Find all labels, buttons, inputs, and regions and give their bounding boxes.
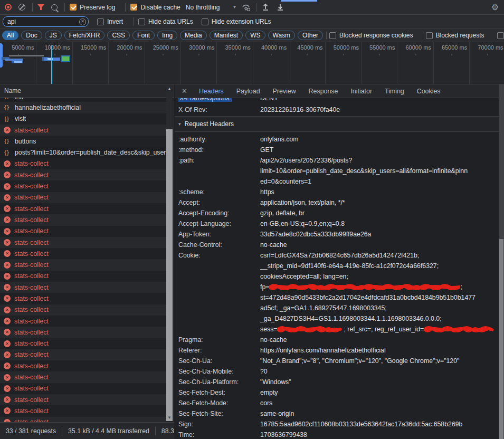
filter-pill-img[interactable]: Img: [157, 31, 177, 40]
request-row[interactable]: ✕stats-collect: [0, 169, 167, 180]
filter-icon[interactable]: [37, 4, 45, 11]
filter-pill-js[interactable]: JS: [45, 31, 62, 40]
disable-cache-checkbox[interactable]: [130, 4, 137, 11]
header-value: 1703636799438: [260, 430, 499, 439]
request-row[interactable]: ✕stats-collect: [0, 338, 167, 349]
import-har-icon[interactable]: [261, 3, 270, 11]
tab-timing[interactable]: Timing: [378, 84, 411, 98]
network-overview-timeline[interactable]: 5000 ms10000 ms15000 ms20000 ms25000 ms3…: [0, 42, 504, 84]
header-value-line: ed=0&counters=1: [260, 176, 499, 187]
tab-payload[interactable]: Payload: [230, 84, 267, 98]
request-list-scrollbar[interactable]: ▲ ▼: [166, 85, 173, 421]
clear-filter-icon[interactable]: ✕: [79, 18, 86, 25]
settings-gear-icon[interactable]: ⚙: [491, 3, 499, 12]
scrollbar-thumb[interactable]: [166, 129, 173, 416]
request-row[interactable]: {}hannahelizabethofficial: [0, 102, 167, 113]
request-headers-section[interactable]: ▾ Request Headers: [175, 117, 499, 132]
request-row[interactable]: ✕stats-collect: [0, 271, 167, 282]
filter-pill-fetch-xhr[interactable]: Fetch/XHR: [64, 31, 105, 40]
header-name: :path:: [175, 155, 260, 187]
tab-initiator[interactable]: Initiator: [344, 84, 378, 98]
filter-pill-media[interactable]: Media: [180, 31, 207, 40]
filter-pill-font[interactable]: Font: [132, 31, 155, 40]
invert-checkbox[interactable]: [97, 18, 104, 25]
record-icon[interactable]: [5, 4, 12, 11]
waterfall-activity: [9, 55, 44, 56]
request-row[interactable]: ✕stats-collect: [0, 417, 167, 422]
request-row[interactable]: {}posts?limit=10&order=publish_date_desc…: [0, 147, 167, 158]
header-name: App-Token:: [175, 229, 260, 240]
close-icon[interactable]: ✕: [175, 87, 193, 95]
filter-pill-manifest[interactable]: Manifest: [210, 31, 243, 40]
hide-data-urls-checkbox[interactable]: [138, 18, 145, 25]
request-row[interactable]: {}init: [0, 98, 167, 102]
search-icon[interactable]: [51, 4, 58, 11]
timeline-minor-tick: [379, 54, 380, 55]
request-row[interactable]: ✕stats-collect: [0, 282, 167, 293]
divider: [326, 32, 327, 39]
blocked-requests-checkbox[interactable]: [426, 32, 433, 39]
network-conditions-icon[interactable]: [242, 4, 251, 11]
error-icon: ✕: [4, 318, 11, 325]
export-har-icon[interactable]: [276, 3, 284, 11]
request-row[interactable]: ✕stats-collect: [0, 237, 167, 248]
request-row[interactable]: ✕stats-collect: [0, 125, 167, 136]
error-icon: ✕: [4, 407, 11, 414]
filter-input[interactable]: [3, 16, 89, 27]
request-row[interactable]: ✕stats-collect: [0, 293, 167, 304]
request-row[interactable]: ✕stats-collect: [0, 394, 167, 405]
request-row[interactable]: ✕stats-collect: [0, 371, 167, 383]
request-row[interactable]: ✕stats-collect: [0, 180, 167, 192]
tab-cookies[interactable]: Cookies: [411, 84, 447, 98]
filter-pill-all[interactable]: All: [2, 31, 18, 40]
filter-pill-ws[interactable]: WS: [245, 31, 265, 40]
details-scrollbar[interactable]: [499, 84, 504, 439]
request-row[interactable]: {}buttons: [0, 136, 167, 147]
header-value-line: __stripe_mid=9df140f6-e64a-419e-85fc-a1c…: [260, 261, 499, 271]
request-row[interactable]: ✕stats-collect: [0, 405, 167, 416]
request-row[interactable]: ✕stats-collect: [0, 304, 167, 316]
header-name: Sec-Ch-Ua-Mobile:: [175, 366, 260, 377]
error-icon: ✕: [4, 127, 11, 133]
timeline-tick-label: 20000 ms: [108, 44, 142, 51]
filter-pill-wasm[interactable]: Wasm: [268, 31, 296, 40]
filter-pill-other[interactable]: Other: [298, 31, 323, 40]
tab-response[interactable]: Response: [302, 84, 345, 98]
disable-cache-label: Disable cache: [140, 4, 180, 11]
filter-pill-doc[interactable]: Doc: [21, 31, 42, 40]
request-row[interactable]: ✕stats-collect: [0, 349, 167, 360]
request-row[interactable]: ✕stats-collect: [0, 214, 167, 225]
clear-icon[interactable]: [18, 4, 25, 11]
request-row[interactable]: ✕stats-collect: [0, 383, 167, 394]
request-name: stats-collect: [14, 385, 49, 392]
3rd-party-requests-checkbox[interactable]: [497, 32, 504, 39]
preserve-log-checkbox[interactable]: [70, 4, 77, 11]
request-row[interactable]: ✕stats-collect: [0, 203, 167, 214]
hide-extension-urls-checkbox[interactable]: [202, 18, 208, 25]
filter-pill-css[interactable]: CSS: [107, 31, 130, 40]
request-name: stats-collect: [14, 227, 49, 235]
request-name: stats-collect: [14, 374, 49, 381]
chevron-down-icon[interactable]: ▼: [232, 5, 236, 9]
request-row[interactable]: ✕stats-collect: [0, 259, 167, 270]
throttling-select[interactable]: No throttling: [186, 4, 220, 11]
request-row[interactable]: ✕stats-collect: [0, 226, 167, 237]
request-row[interactable]: ✕stats-collect: [0, 327, 167, 338]
request-row[interactable]: ✕stats-collect: [0, 360, 167, 371]
error-icon: ✕: [4, 183, 11, 190]
timeline-tick-label: 25000 ms: [144, 44, 178, 51]
request-row[interactable]: {}visit: [0, 113, 167, 125]
request-row[interactable]: ✕stats-collect: [0, 158, 167, 169]
tab-preview[interactable]: Preview: [267, 84, 302, 98]
request-name: buttons: [15, 138, 36, 145]
scroll-down-icon[interactable]: ▼: [166, 414, 173, 421]
request-row[interactable]: ✕stats-collect: [0, 248, 167, 259]
name-column-header[interactable]: Name: [0, 84, 174, 98]
request-row[interactable]: ✕stats-collect: [0, 192, 167, 203]
scroll-up-icon[interactable]: ▲: [166, 85, 173, 92]
request-name: stats-collect: [14, 127, 49, 134]
request-row[interactable]: ✕stats-collect: [0, 316, 167, 327]
blocked-response-cookies-checkbox[interactable]: [329, 32, 336, 39]
tab-headers[interactable]: Headers: [193, 84, 230, 98]
scrollbar-thumb[interactable]: [499, 239, 503, 439]
